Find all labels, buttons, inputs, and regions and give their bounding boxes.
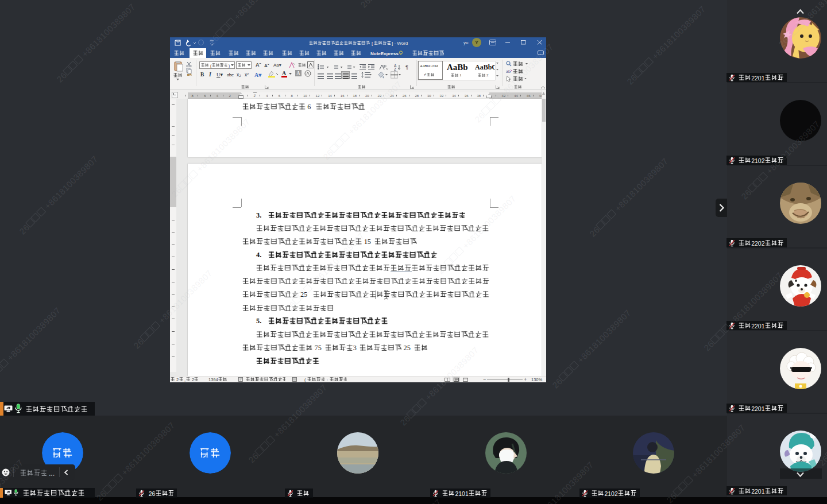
svg-text:Z: Z bbox=[394, 67, 396, 71]
svg-text:ab: ab bbox=[506, 69, 511, 73]
